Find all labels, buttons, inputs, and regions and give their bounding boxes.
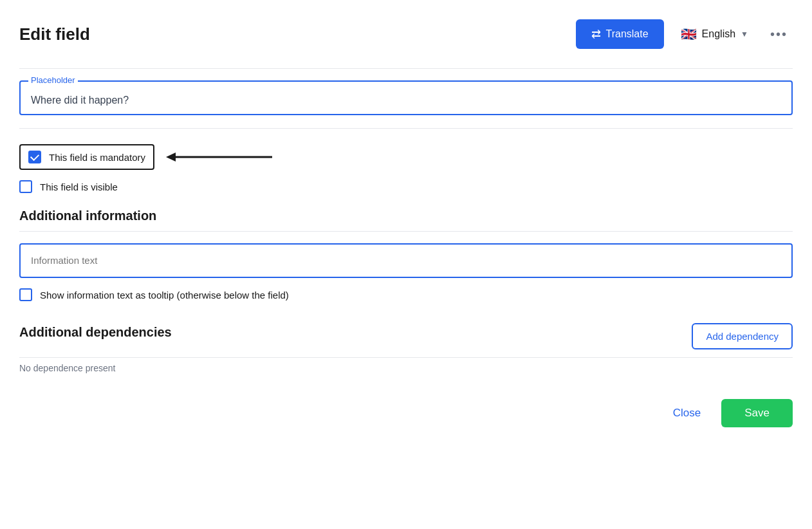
mandatory-label: This field is mandatory: [49, 152, 145, 163]
arrow-annotation: [160, 147, 275, 167]
placeholder-field-wrapper: Placeholder: [19, 80, 793, 115]
checkboxes-section: This field is mandatory This field is vi…: [19, 144, 793, 193]
language-label: English: [702, 28, 735, 40]
placeholder-input[interactable]: [31, 95, 781, 106]
no-dependence-message: No dependence present: [19, 363, 793, 373]
tooltip-checkbox-row: Show information text as tooltip (otherw…: [19, 288, 793, 301]
arrow-icon: [160, 147, 275, 167]
visible-checkbox[interactable]: [19, 180, 32, 193]
language-selector[interactable]: 🇬🇧 English ▼: [674, 23, 755, 46]
save-button[interactable]: Save: [721, 399, 793, 427]
header-actions: ⇄ Translate 🇬🇧 English ▼ •••: [576, 19, 793, 49]
mandatory-checkbox[interactable]: [28, 151, 41, 163]
section-divider-3: [19, 357, 793, 358]
info-text-input[interactable]: [31, 255, 781, 266]
section-divider-1: [19, 128, 793, 129]
additional-info-section: Additional information Show information …: [19, 209, 793, 301]
dependencies-title: Additional dependencies: [19, 325, 172, 340]
section-divider-2: [19, 231, 793, 232]
visible-label: This field is visible: [40, 181, 118, 192]
more-options-button[interactable]: •••: [765, 24, 793, 44]
page-header: Edit field ⇄ Translate 🇬🇧 English ▼ •••: [19, 19, 793, 49]
dependencies-header: Additional dependencies Add dependency: [19, 323, 793, 349]
translate-button-label: Translate: [606, 28, 649, 40]
page-footer: Close Save: [19, 399, 793, 440]
placeholder-section: Placeholder: [19, 80, 793, 115]
page-title: Edit field: [19, 24, 90, 44]
additional-info-title: Additional information: [19, 209, 793, 223]
translate-button[interactable]: ⇄ Translate: [576, 19, 664, 49]
tooltip-label: Show information text as tooltip (otherw…: [40, 290, 289, 301]
flag-icon: 🇬🇧: [681, 26, 697, 42]
mandatory-checkbox-wrapper: This field is mandatory: [19, 144, 154, 170]
visible-checkbox-row: This field is visible: [19, 180, 793, 193]
info-input-wrapper: [19, 243, 793, 278]
close-button[interactable]: Close: [663, 399, 711, 427]
tooltip-checkbox[interactable]: [19, 288, 32, 301]
placeholder-field-label: Placeholder: [28, 75, 78, 85]
header-divider: [19, 68, 793, 69]
translate-icon: ⇄: [591, 27, 601, 41]
dependencies-section: Additional dependencies Add dependency N…: [19, 323, 793, 373]
chevron-down-icon: ▼: [741, 30, 748, 39]
svg-marker-1: [166, 153, 176, 162]
add-dependency-button[interactable]: Add dependency: [692, 323, 793, 349]
